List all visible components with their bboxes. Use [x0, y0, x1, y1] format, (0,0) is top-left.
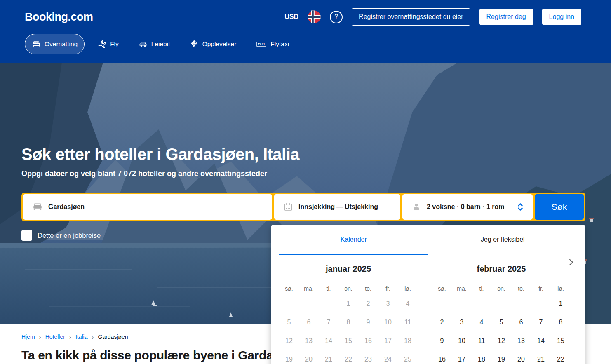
calendar-day: 9	[358, 313, 378, 331]
month-title: januar 2025	[279, 264, 418, 274]
calendar-day[interactable]: 6	[511, 313, 531, 331]
tab-kalender[interactable]: Kalender	[279, 225, 428, 255]
occupancy-field[interactable]: 2 voksne · 0 barn · 1 rom	[402, 194, 533, 220]
calendar-day-empty	[432, 294, 452, 313]
tab-jeg-er-fleksibel[interactable]: Jeg er fleksibel	[428, 225, 578, 255]
calendar-day: 8	[338, 313, 358, 331]
calendar-day[interactable]: 4	[472, 313, 491, 331]
calendar-day: 14	[319, 331, 338, 350]
nav-tab-opplevelser[interactable]: Opplevelser	[183, 34, 244, 54]
calendar-day-empty	[452, 294, 472, 313]
calendar-day[interactable]: 21	[531, 350, 551, 364]
calendar-day[interactable]: 16	[432, 350, 452, 364]
calendar-day[interactable]: 12	[491, 331, 511, 350]
weekday-label: ti.	[319, 283, 338, 294]
destination-field[interactable]: Gardasjøen	[23, 194, 272, 220]
calendar-day: 1	[338, 294, 358, 313]
norway-flag-icon[interactable]	[308, 10, 321, 23]
plane-icon	[97, 40, 106, 49]
dates-separator: —	[336, 203, 343, 210]
nav-tab-fly[interactable]: Fly	[90, 34, 126, 54]
calendar-day[interactable]: 13	[511, 331, 531, 350]
calendar-day[interactable]: 5	[491, 313, 511, 331]
weekday-label: sø.	[432, 283, 452, 294]
nav-tab-overnatting[interactable]: Overnatting	[25, 34, 85, 54]
calendar-day[interactable]: 1	[551, 294, 571, 313]
calendar-day[interactable]: 7	[531, 313, 551, 331]
calendar-day[interactable]: 19	[491, 350, 511, 364]
list-property-button[interactable]: Registrer overnattingsstedet du eier	[352, 8, 470, 26]
nav-tab-flytaxi[interactable]: TAXI Flytaxi	[249, 34, 296, 54]
breadcrumb-chevron-icon: ›	[39, 334, 41, 340]
search-bar: Gardasjøen Innsjekking—Utsjekking 2 v	[21, 193, 585, 221]
bed-icon	[32, 202, 43, 212]
calendar-day[interactable]: 10	[452, 331, 472, 350]
nav-tab-leiebil[interactable]: Leiebil	[132, 34, 177, 54]
weekday-label: to.	[511, 283, 531, 294]
calendar-day[interactable]: 11	[472, 331, 491, 350]
svg-text:TAXI: TAXI	[258, 43, 265, 46]
checkout-label: Utsjekking	[345, 203, 378, 210]
breadcrumb-item-hoteller[interactable]: Hoteller	[45, 333, 65, 340]
calendar-month-february: februar 2025 sø.ma.ti.on.to.fr.lø. 12345…	[432, 264, 571, 364]
breadcrumb-item-hjem[interactable]: Hjem	[21, 333, 35, 340]
business-trip-row: Dette er en jobbreise	[21, 230, 101, 241]
calendar-day[interactable]: 20	[511, 350, 531, 364]
weekday-label: to.	[358, 283, 378, 294]
business-trip-checkbox[interactable]	[21, 230, 32, 241]
calendar-day: 15	[338, 331, 358, 350]
top-header: Booking.com USD ? Registrer overnattings…	[0, 0, 611, 63]
page-title: Søk etter hoteller i Gardasjøen, Italia	[21, 145, 590, 164]
calendar-day[interactable]: 9	[432, 331, 452, 350]
login-button[interactable]: Logg inn	[542, 9, 581, 25]
calendar-day: 4	[398, 294, 418, 313]
calendar-day-empty	[319, 294, 338, 313]
calendar-day[interactable]: 17	[452, 350, 472, 364]
help-icon[interactable]: ?	[330, 11, 343, 23]
calendar-day: 17	[378, 331, 398, 350]
weekday-label: lø.	[398, 283, 418, 294]
calendar-day[interactable]: 15	[551, 331, 571, 350]
breadcrumb-chevron-icon: ›	[92, 334, 94, 340]
calendar-day: 20	[299, 350, 319, 364]
calendar-day[interactable]: 8	[551, 313, 571, 331]
breadcrumb-item-gardasjøen: Gardasjøen	[98, 333, 128, 340]
search-button[interactable]: Søk	[535, 194, 584, 220]
calendar-dropdown: Kalender Jeg er fleksibel januar 2025 sø…	[271, 225, 585, 364]
weekday-label: lø.	[551, 283, 571, 294]
weekday-label: ma.	[299, 283, 319, 294]
calendar-day: 12	[279, 331, 299, 350]
calendar-day[interactable]: 22	[551, 350, 571, 364]
calendar-day-empty	[491, 294, 511, 313]
weekday-label: sø.	[279, 283, 299, 294]
calendar-day-empty	[511, 294, 531, 313]
calendar-day: 24	[378, 350, 398, 364]
currency-selector[interactable]: USD	[284, 13, 298, 21]
weekday-label: on.	[338, 283, 358, 294]
calendar-day: 22	[338, 350, 358, 364]
calendar-day-empty	[472, 294, 491, 313]
nav-tab-label: Fly	[110, 40, 119, 48]
booking-logo[interactable]: Booking.com	[25, 11, 93, 23]
product-nav: Overnatting Fly Leiebil	[25, 34, 581, 54]
calendar-day: 23	[358, 350, 378, 364]
calendar-day[interactable]: 3	[452, 313, 472, 331]
calendar-day: 18	[398, 331, 418, 350]
bed-icon	[32, 40, 41, 49]
nav-tab-label: Overnatting	[45, 40, 78, 48]
occupancy-stepper-icon[interactable]	[517, 202, 524, 211]
dates-field[interactable]: Innsjekking—Utsjekking	[274, 194, 400, 220]
next-month-button[interactable]	[565, 256, 577, 268]
register-button[interactable]: Registrer deg	[479, 9, 533, 25]
business-trip-label: Dette er en jobbreise	[38, 232, 101, 240]
checkin-label: Innsjekking	[298, 203, 335, 210]
month-title: februar 2025	[432, 264, 571, 274]
calendar-day[interactable]: 18	[472, 350, 491, 364]
calendar-day[interactable]: 2	[432, 313, 452, 331]
breadcrumb-item-italia[interactable]: Italia	[75, 333, 88, 340]
calendar-day: 7	[319, 313, 338, 331]
calendar-day: 16	[358, 331, 378, 350]
calendar-day[interactable]: 14	[531, 331, 551, 350]
calendar-day: 25	[398, 350, 418, 364]
calendar-day: 5	[279, 313, 299, 331]
